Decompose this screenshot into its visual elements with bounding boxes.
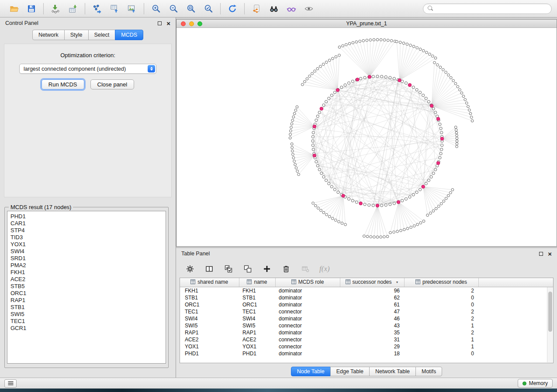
graph-node[interactable] [389, 203, 391, 206]
mcds-result-item[interactable]: GCR1 [10, 325, 163, 332]
add-column-button[interactable] [262, 264, 272, 274]
graph-leaf-node[interactable] [402, 42, 405, 45]
graph-leaf-node[interactable] [334, 219, 337, 221]
mcds-result-item[interactable]: PMA2 [10, 262, 163, 269]
graph-node[interactable] [412, 86, 415, 89]
graph-leaf-node[interactable] [314, 204, 317, 207]
graph-node[interactable] [322, 104, 325, 107]
mcds-result-item[interactable]: TEC1 [10, 318, 163, 325]
graph-dominator-node[interactable] [368, 75, 371, 79]
graph-node[interactable] [330, 186, 333, 188]
graph-leaf-node[interactable] [373, 236, 375, 238]
graph-leaf-node[interactable] [292, 116, 295, 118]
graph-leaf-node[interactable] [422, 49, 425, 52]
graph-leaf-node[interactable] [459, 89, 461, 91]
graph-leaf-node[interactable] [380, 38, 382, 41]
graph-node[interactable] [415, 191, 418, 193]
graph-node[interactable] [430, 175, 432, 178]
search-input[interactable] [436, 6, 547, 12]
graph-leaf-node[interactable] [406, 227, 409, 230]
graph-node[interactable] [347, 198, 350, 200]
graph-leaf-node[interactable] [412, 45, 415, 48]
panel-menu-button[interactable] [4, 379, 17, 388]
graph-leaf-node[interactable] [456, 145, 458, 148]
graph-leaf-node[interactable] [320, 209, 322, 212]
graph-leaf-node[interactable] [325, 61, 328, 64]
network-window-titlebar[interactable]: YPA_prune.txt_1 [176, 20, 557, 28]
graph-leaf-node[interactable] [292, 153, 294, 156]
tab-mcds[interactable]: MCDS [115, 30, 143, 40]
graph-node[interactable] [439, 123, 441, 126]
graph-leaf-node[interactable] [298, 173, 300, 176]
graph-node[interactable] [381, 204, 383, 207]
column-header-name[interactable]: name [239, 278, 275, 287]
mcds-result-item[interactable]: PHD1 [10, 213, 163, 220]
graph-leaf-node[interactable] [445, 197, 447, 200]
graph-leaf-node[interactable] [460, 92, 463, 94]
graph-leaf-node[interactable] [416, 223, 419, 226]
graph-leaf-node[interactable] [447, 74, 450, 76]
graph-leaf-node[interactable] [291, 119, 294, 122]
graph-node[interactable] [315, 160, 318, 163]
graph-dominator-node[interactable] [356, 78, 359, 81]
graph-leaf-node[interactable] [406, 43, 408, 45]
graph-leaf-node[interactable] [294, 109, 297, 112]
graph-dominator-node[interactable] [313, 154, 316, 157]
graph-node[interactable] [434, 111, 437, 113]
graph-node[interactable] [440, 148, 443, 151]
graph-node[interactable] [439, 127, 442, 130]
graph-dominator-node[interactable] [359, 202, 363, 205]
memory-button[interactable]: Memory [518, 379, 553, 388]
graph-leaf-node[interactable] [442, 69, 444, 71]
mcds-result-item[interactable]: ORC1 [10, 290, 163, 297]
graph-node[interactable] [419, 188, 421, 191]
graph-dominator-node[interactable] [313, 125, 316, 128]
table-tab-network-table[interactable]: Network Table [369, 367, 416, 376]
graph-leaf-node[interactable] [470, 116, 473, 119]
graph-leaf-node[interactable] [369, 39, 372, 41]
graph-leaf-node[interactable] [291, 123, 293, 125]
table-row[interactable]: ORC1ORC1dominator610 [180, 301, 553, 308]
mcds-result-item[interactable]: RAP1 [10, 297, 163, 304]
graph-leaf-node[interactable] [293, 160, 296, 162]
table-row[interactable]: PHD1PHD1dominator180 [180, 350, 553, 357]
select-all-button[interactable] [223, 264, 234, 274]
graph-leaf-node[interactable] [416, 47, 419, 49]
graph-leaf-node[interactable] [450, 76, 452, 79]
graph-leaf-node[interactable] [400, 229, 402, 232]
graph-leaf-node[interactable] [332, 57, 334, 60]
graph-leaf-node[interactable] [290, 126, 293, 129]
graph-node[interactable] [425, 182, 427, 185]
column-header-mcds-role[interactable]: MCDS role [275, 278, 340, 287]
save-button[interactable] [23, 2, 40, 16]
graph-leaf-node[interactable] [431, 55, 434, 58]
graph-leaf-node[interactable] [422, 220, 425, 223]
delete-column-button[interactable] [281, 264, 291, 274]
graph-leaf-node[interactable] [469, 112, 472, 115]
graph-node[interactable] [389, 76, 391, 79]
graph-leaf-node[interactable] [445, 71, 447, 74]
graph-leaf-node[interactable] [312, 202, 315, 205]
graph-leaf-node[interactable] [289, 130, 292, 132]
graph-leaf-node[interactable] [447, 194, 450, 197]
graph-leaf-node[interactable] [304, 80, 306, 83]
graph-node[interactable] [363, 76, 366, 79]
graph-node[interactable] [368, 204, 370, 206]
graph-leaf-node[interactable] [322, 63, 325, 65]
graph-node[interactable] [405, 82, 407, 84]
table-row[interactable]: STB1STB1dominator620 [180, 294, 553, 301]
graph-leaf-node[interactable] [443, 200, 445, 203]
table-tab-motifs[interactable]: Motifs [415, 367, 442, 376]
table-scrollbar[interactable] [547, 287, 553, 362]
graph-node[interactable] [439, 152, 442, 155]
graph-node[interactable] [427, 100, 430, 103]
graph-leaf-node[interactable] [429, 212, 432, 214]
graph-leaf-node[interactable] [376, 236, 379, 238]
graph-leaf-node[interactable] [325, 213, 328, 216]
graph-node[interactable] [372, 204, 374, 207]
minimize-window-icon[interactable] [189, 21, 194, 26]
graph-node[interactable] [384, 76, 387, 78]
graph-leaf-node[interactable] [387, 39, 389, 41]
graph-node[interactable] [440, 131, 443, 134]
graph-leaf-node[interactable] [455, 131, 458, 134]
